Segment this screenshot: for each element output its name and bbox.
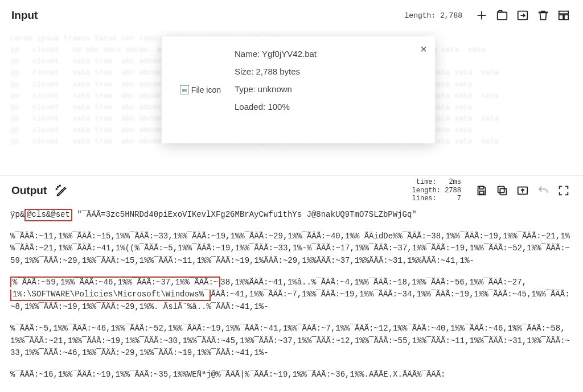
fullscreen-icon[interactable] bbox=[556, 183, 572, 199]
copy-icon[interactable] bbox=[494, 183, 510, 199]
delete-icon[interactable] bbox=[535, 7, 551, 23]
popup-icon-column: File icon bbox=[162, 36, 224, 143]
folder-open-icon[interactable] bbox=[494, 7, 510, 23]
popup-name-value: Ygf0jYV42.bat bbox=[262, 49, 317, 59]
input-header: Input length: 2,788 bbox=[0, 0, 583, 31]
output-title: Output bbox=[11, 184, 47, 197]
input-import-icon[interactable] bbox=[515, 7, 531, 23]
file-info-popup: × File icon Name: Ygf0jYV42.bat Size: 2,… bbox=[162, 36, 435, 143]
add-icon[interactable] bbox=[474, 7, 490, 23]
input-length-value: 2,788 bbox=[440, 11, 462, 20]
svg-rect-13 bbox=[500, 188, 506, 195]
popup-name-row: Name: Ygf0jYV42.bat bbox=[235, 49, 424, 59]
save-icon[interactable] bbox=[474, 183, 490, 199]
output-line1-pre: ÿp& bbox=[10, 210, 24, 219]
output-para-4: %¯ÃÄÃ:~5,1%%¯ÃÄÃ:~46,1%%¯ÃÄÃ:~52,1%%¯ÃÄÃ… bbox=[10, 323, 573, 360]
undo-icon[interactable] bbox=[535, 183, 551, 199]
output-para-2: %¯ÃÄÃ:~11,1%%¯ÃÄÃ:~15,1%%¯ÃÄÃ:~33,1%%¯ÃÄ… bbox=[10, 230, 573, 267]
input-toolbar: length: 2,788 bbox=[405, 7, 572, 23]
svg-rect-2 bbox=[498, 13, 507, 20]
magic-wand-icon[interactable] bbox=[54, 183, 69, 199]
panes-icon[interactable] bbox=[556, 7, 572, 23]
highlight-regpath-top: %¯ÃÄÃ:~59,1%%¯ÃÄÃ:~46,1%%¯ÃÄÃ:~37,1%%¯ÃÄ… bbox=[10, 277, 220, 288]
highlight-cls-set: @cls&@set bbox=[24, 209, 72, 221]
file-icon-alt: File icon bbox=[191, 85, 221, 94]
popup-loaded-value: 100% bbox=[268, 102, 289, 112]
svg-rect-6 bbox=[559, 15, 563, 19]
move-to-input-icon[interactable] bbox=[515, 183, 531, 199]
popup-size-row: Size: 2,788 bytes bbox=[235, 67, 424, 76]
output-para-3: %¯ÃÄÃ:~59,1%%¯ÃÄÃ:~46,1%%¯ÃÄÃ:~37,1%%¯ÃÄ… bbox=[10, 277, 573, 313]
svg-point-10 bbox=[56, 188, 58, 189]
svg-rect-12 bbox=[479, 191, 483, 195]
input-length-label: length: bbox=[405, 11, 436, 20]
popup-type-label: Type: bbox=[235, 84, 256, 94]
popup-type-value: unknown bbox=[258, 84, 292, 94]
close-icon[interactable]: × bbox=[420, 43, 427, 55]
popup-name-label: Name: bbox=[235, 49, 260, 59]
output-toolbar: time: 2ms length: 2788 lines: 7 bbox=[412, 178, 572, 203]
output-para-5: %¯ÃÄÃ:~16,1%%¯ÃÄÃ:~19,1%%¯ÃÄÃ:~35,1%%WEÑ… bbox=[10, 369, 573, 381]
popup-size-value: 2,788 bytes bbox=[256, 67, 301, 76]
output-stats: time: 2ms length: 2788 lines: 7 bbox=[412, 178, 461, 203]
output-para3-pre-b: 38,1%%ÃÄÃ:~41,1%â..%¯ÃÄÃ:~4,1%%¯ÃÄÃ:~18,… bbox=[220, 278, 527, 287]
svg-rect-5 bbox=[559, 11, 569, 14]
svg-rect-14 bbox=[498, 187, 504, 193]
popup-size-label: Size: bbox=[235, 67, 253, 76]
output-body[interactable]: ÿp&@cls&@set "¯ÃÄÃ=3zc5HNRDd40piExoVIKev… bbox=[0, 205, 583, 387]
svg-point-8 bbox=[58, 187, 59, 188]
output-line-1: ÿp&@cls&@set "¯ÃÄÃ=3zc5HNRDd40piExoVIKev… bbox=[10, 209, 573, 221]
popup-type-row: Type: unknown bbox=[235, 84, 424, 94]
svg-rect-11 bbox=[479, 187, 483, 189]
output-line1-post: "¯ÃÄÃ=3zc5HNRDd40piExoVIKevlXFg26MBrAyCw… bbox=[72, 210, 417, 219]
svg-rect-7 bbox=[564, 15, 568, 19]
popup-loaded-label: Loaded: bbox=[235, 102, 265, 112]
broken-image-icon bbox=[180, 85, 189, 94]
svg-point-9 bbox=[60, 185, 61, 186]
popup-loaded-row: Loaded: 100% bbox=[235, 102, 424, 112]
output-title-group: Output bbox=[11, 183, 69, 199]
file-icon: File icon bbox=[180, 85, 221, 94]
input-body[interactable]: Lorem ipsum traeus tarus cor tdocumentum… bbox=[0, 31, 583, 175]
popup-details: Name: Ygf0jYV42.bat Size: 2,788 bytes Ty… bbox=[224, 36, 435, 143]
output-header: Output time: 2ms length: 2788 lines: 7 bbox=[0, 176, 583, 205]
input-length: length: 2,788 bbox=[405, 11, 462, 20]
highlight-regpath-bottom: 1%:\SOFTWARE\Policies\Microsoft\Windows%… bbox=[10, 290, 211, 301]
input-title: Input bbox=[11, 9, 38, 22]
